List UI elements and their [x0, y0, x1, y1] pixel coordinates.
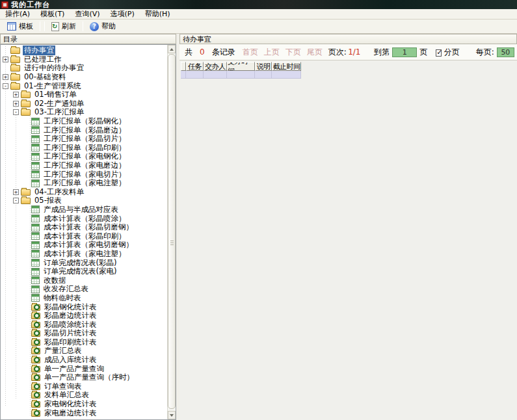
tree-item[interactable]: 工序汇报单（彩晶切片） — [1, 135, 167, 144]
expander-icon[interactable]: - — [13, 198, 19, 203]
last-page-link[interactable]: 尾页 — [307, 47, 323, 58]
column-header[interactable]: 交办时间 — [227, 62, 255, 71]
tree-item[interactable]: 工序汇报单（彩晶磨边） — [1, 125, 167, 135]
tree-item[interactable]: 家电磨边统计表 — [1, 408, 167, 417]
tree-item[interactable]: 工序汇报单（家电钢化） — [1, 152, 167, 161]
tree-item-label[interactable]: 家电磨边统计表 — [43, 408, 98, 418]
tree-item[interactable]: + 00-基础资料 — [1, 73, 167, 82]
toolbar-separator — [40, 21, 40, 31]
tree-item[interactable]: 工序汇报单（彩晶印刷） — [1, 144, 167, 153]
tree-item[interactable]: 成品入库统计表 — [1, 356, 167, 365]
tree-item[interactable]: 工序汇报单（家电切片） — [1, 170, 167, 179]
tree-item[interactable]: 彩晶切片统计表 — [1, 329, 167, 338]
tree-item[interactable]: 工序汇报单（家电注塑） — [1, 179, 167, 188]
tree-item[interactable]: 成本计算表（家电注塑） — [1, 250, 167, 259]
query-icon — [31, 339, 40, 346]
first-page-link[interactable]: 首页 — [243, 47, 258, 58]
menu-item-1[interactable]: 操作(A) — [0, 9, 35, 19]
tree-item[interactable]: + 01-销售订单 — [1, 90, 167, 99]
column-header[interactable]: 说明 — [255, 62, 272, 71]
refresh-button[interactable]: 刷新 — [47, 20, 81, 33]
empty-cell — [181, 71, 186, 79]
table-icon — [31, 285, 40, 293]
expander-icon[interactable]: + — [3, 74, 8, 80]
todo-table-empty-row — [181, 71, 517, 79]
scroll-up-button[interactable] — [168, 45, 176, 53]
column-header[interactable]: 任务 — [186, 62, 204, 71]
template-button[interactable]: 模板 — [3, 20, 38, 33]
prev-page-link[interactable]: 上页 — [264, 47, 280, 58]
folder-icon — [21, 101, 31, 107]
menu-item-5[interactable]: 帮助(H) — [140, 9, 176, 19]
row-selector-header[interactable] — [181, 62, 186, 71]
tree-item[interactable]: 成本计算表（彩晶切磨钢） — [1, 223, 167, 232]
tree-item[interactable]: 订单查询表 — [1, 382, 167, 391]
tree-item[interactable]: 产量汇总表 — [1, 347, 167, 356]
tree-item[interactable]: 发料单汇总表 — [1, 391, 167, 400]
help-button[interactable]: ? 帮助 — [85, 20, 120, 33]
tree-item[interactable]: + 04-工序发料单 — [1, 188, 167, 197]
tree-item[interactable]: 成本计算表（彩晶喷涂） — [1, 214, 167, 223]
tree-item[interactable]: 产成品与半成品对应表 — [1, 205, 167, 215]
tree-item[interactable]: - 03-工序汇报单 — [1, 108, 167, 117]
empty-cell — [227, 71, 255, 79]
column-header[interactable]: 截止时间 — [272, 62, 301, 71]
tree-item[interactable]: + 已处理工作 — [1, 55, 167, 64]
expander-icon[interactable]: + — [3, 57, 8, 62]
tree-item[interactable]: 工序汇报单（家电磨边） — [1, 161, 167, 170]
tree-item[interactable]: 家电钢化统计表 — [1, 400, 167, 409]
tree-item[interactable]: 彩晶钢化统计表 — [1, 302, 167, 311]
folder-icon — [10, 65, 20, 72]
next-page-link[interactable]: 下页 — [285, 47, 301, 58]
expander-icon[interactable]: + — [13, 92, 19, 98]
goto-page-input[interactable]: 1 — [392, 47, 417, 57]
tree-item[interactable]: + 02-生产通知单 — [1, 99, 167, 109]
tree-item[interactable]: 订单完成情况表(家电) — [1, 267, 167, 276]
query-icon — [31, 401, 40, 408]
expander-icon[interactable]: + — [13, 189, 19, 195]
column-header[interactable]: 交办人 — [204, 62, 227, 71]
tree-item[interactable]: 成本计算表（家电切磨钢） — [1, 241, 167, 250]
table-icon — [31, 153, 40, 161]
per-page-input[interactable]: 50 — [497, 47, 514, 57]
window-title: 我的工作台 — [11, 0, 50, 10]
empty-cell — [255, 71, 272, 79]
empty-cell — [272, 71, 301, 79]
table-icon — [31, 144, 40, 151]
tree-item[interactable]: 待办事宜 — [1, 46, 167, 55]
expander-icon[interactable]: - — [3, 83, 8, 89]
menu-item-3[interactable]: 查询(V) — [70, 9, 105, 19]
tree-item[interactable]: 彩晶喷涂统计表 — [1, 320, 167, 329]
toolbar-separator — [44, 21, 45, 31]
table-icon — [31, 215, 40, 222]
scroll-down-button[interactable] — [168, 411, 176, 419]
tree-item[interactable]: 彩晶印刷统计表 — [1, 338, 167, 347]
tree-item[interactable]: 单一产品产量查询 — [1, 364, 167, 373]
expander-icon[interactable]: + — [13, 101, 19, 107]
tree-item[interactable]: - 01-生产管理系统 — [1, 81, 167, 90]
tree-item[interactable]: 收发存汇总表 — [1, 285, 167, 294]
tree-item[interactable]: 单一产品产量查询（序时） — [1, 373, 167, 382]
goto-suffix-label: 页 — [419, 47, 427, 58]
tree-scrollbar[interactable] — [167, 45, 176, 419]
tree-item[interactable]: 改数据 — [1, 276, 167, 285]
table-icon — [31, 232, 40, 240]
expander-icon[interactable]: - — [13, 109, 19, 115]
folder-icon — [10, 57, 20, 63]
records-label: 条记录 — [212, 47, 235, 58]
tree-item[interactable]: 订单完成情况表(彩晶) — [1, 258, 167, 267]
scroll-thumb[interactable] — [168, 54, 176, 409]
query-icon — [31, 374, 40, 381]
tree-item[interactable]: 成本计算表（彩晶印刷） — [1, 231, 167, 241]
paging-checkbox[interactable] — [436, 49, 442, 57]
menu-item-2[interactable]: 模板(T) — [35, 9, 70, 19]
menu-item-4[interactable]: 选项(P) — [105, 9, 140, 19]
tree-item[interactable]: 工序汇报单（彩晶钢化） — [1, 117, 167, 126]
paging-label: 分页 — [444, 47, 459, 58]
tree-item[interactable]: 物料临时表 — [1, 294, 167, 303]
tree-item[interactable]: - 05-报表 — [1, 196, 167, 205]
tree-item[interactable]: 进行中的待办事宜 — [1, 64, 167, 73]
query-icon — [31, 392, 40, 399]
tree-item[interactable]: 彩晶磨边统计表 — [1, 311, 167, 321]
table-icon — [31, 118, 40, 125]
